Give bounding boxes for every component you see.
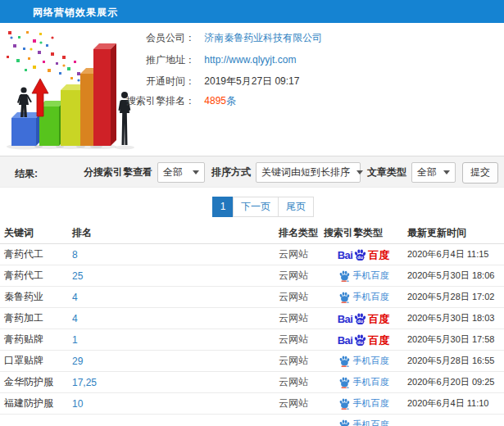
rank-cell: 4	[68, 313, 275, 324]
updated-time-cell: 2020年6月4日 11:10	[403, 397, 500, 410]
result-label: 结果:	[15, 167, 38, 181]
account-summary-section: 会员公司： 济南秦鲁药业科技有限公司 推广地址： http://www.qlyy…	[0, 23, 504, 152]
keyword-cell: 膏药加工	[0, 311, 68, 325]
mobile-baidu-paw-icon	[338, 270, 350, 282]
article-type-label: 文章类型	[367, 165, 406, 179]
baidu-pc-logo: Bai du 百度	[338, 333, 390, 346]
rank-link[interactable]: 17,25	[72, 377, 97, 388]
promo-url-row: 推广地址： http://www.qlyyjt.com	[125, 53, 296, 66]
table-header-row: 关键词 排名 排名类型 搜索引擎类型 最新更新时间	[0, 223, 504, 244]
rank-cell: 4	[68, 292, 275, 303]
rank-link[interactable]: 25	[72, 270, 83, 282]
last-page-button[interactable]: 尾页	[278, 197, 314, 217]
sort-label: 排序方式	[211, 165, 251, 179]
page-1-button[interactable]: 1	[212, 197, 234, 217]
engine-cell: Bai du 百度	[324, 333, 403, 346]
engine-filter-label: 分搜索引擎查看	[84, 165, 152, 179]
updated-time-cell: 2020年5月30日 17:58	[403, 333, 500, 346]
sort-value: 关键词由短到长排序	[261, 165, 350, 179]
title-bar: 网络营销效果展示	[0, 0, 504, 23]
keyword-cell: 口罩贴牌	[0, 354, 68, 368]
rank-link[interactable]: 10	[72, 398, 83, 410]
svg-text:du: du	[357, 340, 363, 345]
header-updated: 最新更新时间	[403, 226, 500, 240]
engine-cell: Bai du 百度	[324, 356, 403, 367]
baidu-paw-icon: du	[353, 312, 366, 324]
engine-filter-select[interactable]: 全部	[157, 162, 205, 183]
keyword-cell: 膏药贴牌	[0, 333, 68, 347]
rank-link[interactable]: 1	[72, 334, 78, 346]
promo-url-label: 推广地址：	[125, 53, 195, 67]
rank-cell: 29	[68, 356, 275, 367]
table-row: 口罩贴牌 29 云网站 Bai du 百度	[0, 351, 504, 372]
confetti-dots	[7, 31, 80, 82]
rank-type-cell: 云网站	[275, 354, 324, 368]
rank-type-cell: 云网站	[275, 311, 324, 325]
table-row: 金华防护服 17,25 云网站 Bai du 百度	[0, 372, 504, 393]
table-row: 膏药贴牌 1 云网站 Bai du 百度	[0, 329, 504, 351]
opened-time-row: 开通时间： 2019年5月27日 09:17	[125, 75, 299, 88]
chevron-down-icon	[193, 170, 199, 174]
mobile-baidu-paw-icon	[338, 398, 350, 410]
updated-time-cell: 2020年6月20日 09:25	[403, 376, 500, 388]
baidu-pc-logo: Bai du 百度	[338, 248, 390, 261]
company-label: 会员公司：	[125, 31, 195, 45]
svg-text:du: du	[357, 255, 363, 260]
baidu-paw-icon: du	[353, 333, 366, 346]
pagination: 1 下一页 尾页	[213, 197, 314, 217]
engine-cell: Bai du 百度	[324, 419, 403, 426]
updated-time-cell: 2020年5月30日 18:03	[403, 312, 500, 324]
baidu-mobile-logo: 手机百度	[338, 292, 389, 303]
marketing-report-page: { "header": { "title": "网络营销效果展示" }, "in…	[0, 0, 504, 426]
mobile-baidu-paw-icon	[338, 419, 350, 426]
chevron-down-icon	[356, 170, 363, 174]
table-row: 福建防护服 10 云网站 Bai du 百度	[0, 393, 504, 415]
engine-cell: Bai du 百度	[324, 377, 403, 388]
baidu-paw-icon: du	[353, 248, 366, 261]
rank-link[interactable]: 4	[72, 313, 78, 324]
table-row: 秦鲁药业 4 云网站 Bai du 百度	[0, 287, 504, 308]
rank-type-cell: 云网站	[275, 375, 324, 389]
rank-cell: 25	[68, 270, 275, 282]
rank-cell: 1	[68, 334, 275, 346]
keyword-cell: 金华防护服	[0, 375, 68, 389]
rank-cell: 10	[68, 398, 275, 410]
keyword-cell: 膏药代工	[0, 269, 68, 283]
mobile-baidu-paw-icon	[338, 356, 350, 367]
rank-type-cell: 云网站	[275, 333, 324, 347]
table-row: 膏药代工 25 云网站 Bai du 百度	[0, 265, 504, 287]
sort-select[interactable]: 关键词由短到长排序	[256, 162, 361, 183]
promo-url-link[interactable]: http://www.qlyyjt.com	[204, 54, 296, 66]
table-body: 膏药代工 8 云网站 Bai du 百度	[0, 244, 504, 426]
baidu-pc-logo: Bai du 百度	[338, 312, 390, 324]
updated-time-cell: 2020年6月4日 11:15	[403, 248, 500, 261]
submit-button[interactable]: 提交	[462, 162, 498, 184]
growth-chart-illustration	[2, 26, 141, 151]
header-rank-type: 排名类型	[275, 226, 324, 240]
rank-type-cell: 云网站	[275, 397, 324, 410]
rank-cell: 17,25	[68, 377, 275, 388]
table-row: 膏药代工 8 云网站 Bai du 百度	[0, 244, 504, 265]
baidu-mobile-logo: 手机百度	[338, 356, 389, 367]
keyword-cell: 膏药代工	[0, 247, 68, 261]
baidu-mobile-logo: 手机百度	[338, 419, 389, 426]
article-type-select[interactable]: 全部	[411, 162, 456, 183]
baidu-mobile-logo: 手机百度	[338, 377, 389, 388]
chevron-down-icon	[443, 170, 450, 174]
engine-cell: Bai du 百度	[324, 312, 403, 324]
next-page-button[interactable]: 下一页	[233, 197, 279, 217]
mobile-baidu-paw-icon	[338, 292, 350, 303]
rank-link[interactable]: 8	[72, 249, 78, 261]
table-row: Bai du 百度	[0, 415, 504, 426]
updated-time-cell: 2020年5月28日 17:02	[403, 291, 500, 303]
rank-count: 4895	[204, 95, 226, 106]
rank-link[interactable]: 29	[72, 356, 83, 367]
filter-bar: 结果: 分搜索引擎查看 全部 排序方式 关键词由短到长排序 文章类型 全部 提交	[0, 156, 504, 188]
company-link[interactable]: 济南秦鲁药业科技有限公司	[204, 32, 322, 43]
keyword-cell: 福建防护服	[0, 397, 68, 410]
keyword-ranking-table: 关键词 排名 排名类型 搜索引擎类型 最新更新时间 膏药代工 8 云网站 Bai	[0, 223, 504, 426]
bar-blue	[11, 112, 42, 146]
rank-unit: 条	[226, 95, 236, 106]
bar-red	[93, 43, 116, 146]
rank-link[interactable]: 4	[72, 292, 78, 303]
